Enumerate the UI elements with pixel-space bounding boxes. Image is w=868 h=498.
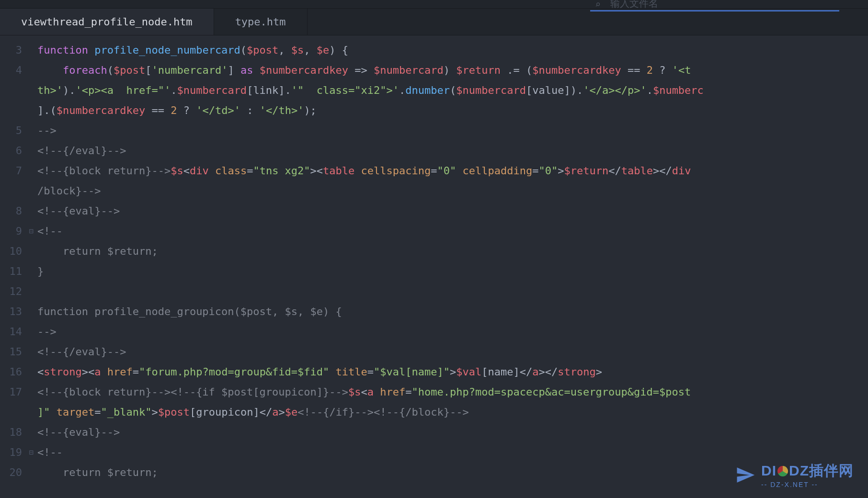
watermark-sub: -- DZ-X.NET -- (761, 481, 854, 488)
watermark-logo-icon (777, 466, 788, 476)
code-token: $return (456, 64, 501, 76)
code-area[interactable]: function profile_node_numbercard($post, … (27, 35, 868, 498)
tab-type-htm[interactable]: type.htm (214, 9, 308, 35)
code-token: [ (526, 84, 532, 96)
line-number: 18 (0, 422, 27, 442)
tab-bar: viewthread_profile_node.htm type.htm (0, 9, 868, 35)
code-token (50, 406, 57, 418)
code-line[interactable]: <!-- (37, 442, 868, 463)
code-token: link (253, 84, 278, 96)
watermark: DIDZ插伴网 -- DZ-X.NET -- (735, 461, 854, 488)
line-number: 6 (0, 141, 27, 161)
code-line[interactable]: --> (37, 121, 868, 141)
code-token (101, 366, 107, 378)
line-number-gutter: 34..567.89⊟1011121314151617.1819⊟20 (0, 35, 27, 498)
code-line[interactable]: ].($numbercardkey == 2 ? '</td>' : '</th… (37, 101, 868, 121)
line-number: 5 (0, 121, 27, 141)
code-token: == (151, 104, 164, 116)
code-line[interactable]: <!--{/eval}--> (37, 141, 868, 161)
code-token (653, 64, 659, 76)
code-line[interactable]: function profile_node_numbercard($post, … (37, 40, 868, 60)
code-line[interactable]: <!-- (37, 221, 868, 241)
code-token (501, 64, 507, 76)
code-token: > (596, 366, 602, 378)
code-token: function (37, 44, 88, 56)
line-number: 4 (0, 60, 27, 80)
code-line[interactable]: ]" target="_blank">$post[groupicon]</a>$… (37, 402, 868, 422)
code-token (190, 104, 196, 116)
code-token: as (240, 64, 253, 76)
code-token (37, 64, 63, 76)
fold-icon[interactable]: ⊟ (29, 442, 34, 463)
code-token: ) (444, 64, 457, 76)
file-search-box[interactable]: ⌕ 输入文件名 (590, 0, 839, 9)
code-token: $val (456, 366, 481, 378)
code-token: > (278, 406, 285, 418)
line-number: 17 (0, 382, 27, 402)
code-token: >< (310, 165, 323, 177)
code-token: $s (291, 44, 304, 56)
code-token: ></ (653, 165, 672, 177)
code-token: $e (317, 44, 330, 56)
code-token: < (361, 386, 367, 398)
code-token: = (133, 366, 139, 378)
code-token: = (367, 366, 374, 378)
watermark-brand-suffix: DZ (789, 463, 809, 478)
code-line[interactable]: foreach($post['numbercard'] as $numberca… (37, 60, 868, 80)
code-token: ]). (564, 84, 583, 96)
code-line[interactable]: <!--{eval}--> (37, 201, 868, 221)
code-line[interactable]: function profile_node_groupicon($post, $… (37, 302, 868, 322)
code-token: $s (348, 386, 361, 398)
code-token: >< (82, 366, 95, 378)
fold-icon[interactable]: ⊟ (29, 221, 34, 241)
code-line[interactable]: --> (37, 322, 868, 342)
line-number: 13 (0, 302, 27, 322)
code-token: '</th>' (260, 104, 304, 116)
code-line[interactable]: return $return; (37, 241, 868, 261)
code-token: title (336, 366, 367, 378)
code-token: a (94, 366, 101, 378)
code-token: foreach (63, 64, 107, 76)
code-token: </ (608, 165, 621, 177)
code-line[interactable]: <!--{block return}-->$s<div class="tns x… (37, 161, 868, 181)
code-token: ]. (278, 84, 291, 96)
code-line[interactable]: /block}--> (37, 181, 868, 201)
code-token (253, 64, 259, 76)
line-number: 20 (0, 463, 27, 483)
code-token: <!--{/if}--><!--{/block}--> (297, 406, 469, 418)
watermark-brand-prefix: DI (761, 463, 777, 478)
code-token: href (107, 366, 133, 378)
code-token: --> (37, 124, 57, 136)
code-token: $e (285, 406, 298, 418)
code-line[interactable] (37, 282, 868, 302)
line-number: 15 (0, 342, 27, 362)
code-editor[interactable]: 34..567.89⊟1011121314151617.1819⊟20 func… (0, 35, 868, 498)
code-line[interactable]: <!--{eval}--> (37, 422, 868, 442)
code-line[interactable]: th>').'<p><a href="'.$numbercard[link].'… (37, 80, 868, 101)
code-token: $numbercard (374, 64, 444, 76)
tab-viewthread-profile-node[interactable]: viewthread_profile_node.htm (0, 9, 214, 35)
code-line[interactable]: <!--{block return}--><!--{if $post[group… (37, 382, 868, 402)
code-token: , (278, 44, 291, 56)
code-token: th>' (37, 84, 63, 96)
code-token: strong (558, 366, 595, 378)
line-number: 7 (0, 161, 27, 181)
code-token: [ (145, 64, 151, 76)
code-token: .= (507, 64, 520, 76)
code-line[interactable]: } (37, 261, 868, 282)
code-token (145, 104, 151, 116)
code-token: <!--{eval}--> (37, 205, 120, 217)
code-token: <!--{/eval}--> (37, 145, 126, 157)
code-token (456, 165, 462, 177)
code-token: ( (240, 44, 247, 56)
code-line[interactable]: <!--{/eval}--> (37, 342, 868, 362)
code-token: a (367, 386, 374, 398)
code-token: <!-- (37, 446, 63, 458)
line-number: 12 (0, 282, 27, 302)
code-token: == (628, 64, 640, 76)
code-line[interactable]: <strong><a href="forum.php?mod=group&fid… (37, 362, 868, 382)
code-token: ></ (538, 366, 558, 378)
code-token: $numbercardkey (532, 64, 621, 76)
top-toolbar: ⌕ 输入文件名 (0, 0, 868, 9)
code-token: > (450, 366, 456, 378)
